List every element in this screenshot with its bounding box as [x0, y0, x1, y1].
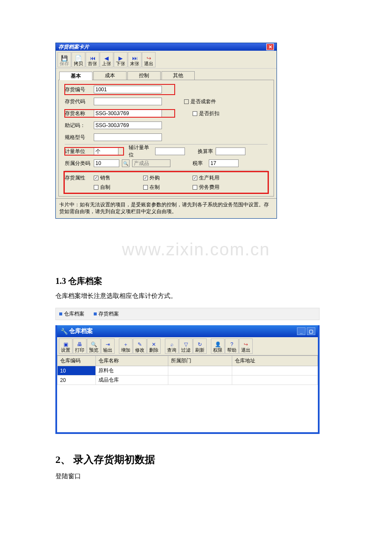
window2-title-text: 仓库档案: [69, 327, 93, 335]
perm-icon: 👤: [215, 341, 221, 348]
refresh-icon: ↻: [198, 341, 202, 348]
close-icon[interactable]: ✕: [266, 43, 274, 50]
inv-no-field[interactable]: 1001: [94, 86, 162, 93]
is-kit-checkbox[interactable]: 是否成套件: [184, 98, 216, 105]
col-dept[interactable]: 所属部门: [168, 356, 232, 366]
tab-cost[interactable]: 成本: [93, 71, 127, 80]
exit-icon: ↪: [244, 341, 248, 348]
is-discount-checkbox[interactable]: 是否折扣: [193, 110, 219, 117]
print-button[interactable]: 🖶打印: [73, 338, 86, 354]
col-addr[interactable]: 仓库地址: [232, 356, 318, 366]
cat-row: 所属分类码 10 🔍 产成品 税率 17: [65, 158, 268, 168]
first-button[interactable]: ⏮首张: [86, 52, 99, 67]
checkbox-icon: [193, 185, 197, 190]
attr-purchase-checkbox[interactable]: ✓外购: [143, 174, 160, 182]
inv-name-label: 存货名称: [65, 110, 91, 117]
breadcrumb-item-inventory[interactable]: 存货档案: [94, 310, 119, 318]
refresh-button[interactable]: ↻刷新: [193, 338, 207, 354]
filter-button[interactable]: ▽过滤: [179, 338, 193, 354]
tab-other[interactable]: 其他: [161, 71, 195, 80]
aux-uom-field[interactable]: [155, 147, 185, 155]
edit-button[interactable]: ✎修改: [133, 338, 147, 354]
window1-title-text: 存货档案卡片: [58, 43, 89, 51]
print-icon: 🖶: [77, 341, 82, 348]
maximize-icon[interactable]: ▢: [307, 327, 315, 335]
rate-field[interactable]: [216, 147, 245, 155]
delete-button[interactable]: ✕删除: [147, 338, 161, 354]
uom-field[interactable]: 个: [94, 147, 118, 155]
cell-code: 10: [58, 366, 96, 376]
warehouse-table: 仓库编码 仓库名称 所属部门 仓库地址 10 原料仓 20: [57, 356, 318, 385]
cat-name-field: 产成品: [132, 159, 170, 167]
checkbox-icon: [184, 99, 189, 104]
cat-lookup-button[interactable]: 🔍: [122, 159, 130, 167]
perm-button[interactable]: 👤权限: [211, 338, 225, 354]
inv-code-row: 存货代码 是否成套件: [65, 96, 268, 107]
col-name[interactable]: 仓库名称: [96, 356, 168, 366]
tax-label: 税率: [193, 160, 203, 167]
mnemonic-label: 助记码：: [65, 122, 91, 129]
cell-dept: [168, 366, 232, 376]
separator: [65, 170, 268, 171]
attr-prod-checkbox[interactable]: ✓生产耗用: [193, 174, 219, 182]
checked-icon: ✓: [193, 176, 197, 180]
section-2-body: 登陆窗口: [55, 472, 337, 480]
checkbox-icon: [94, 185, 98, 190]
attr-label: 存货属性: [65, 174, 91, 182]
search-button[interactable]: ⌕查询: [165, 338, 179, 354]
tabs: 基本 成本 控制 其他: [59, 71, 277, 80]
attr-inprog-checkbox[interactable]: 在制: [143, 184, 160, 191]
copy-button[interactable]: 📄拷贝: [72, 52, 85, 67]
export-button[interactable]: ⇥输出: [101, 338, 115, 354]
mnemonic-row: 助记码： SSG-300J/769: [65, 120, 268, 130]
inv-no-row: 存货编号 1001: [65, 84, 175, 95]
spec-row: 规格型号: [65, 132, 268, 142]
tab-basic[interactable]: 基本: [59, 72, 92, 80]
section-1-3-body: 仓库档案增长注意选取相应仓库计价方式。: [55, 292, 337, 300]
last-button[interactable]: ⏭末张: [128, 52, 141, 67]
last-icon: ⏭: [132, 55, 138, 61]
filter-icon: ▽: [184, 341, 188, 348]
bullet-icon: [59, 312, 62, 315]
tax-field[interactable]: 17: [209, 159, 239, 167]
window1-titlebar[interactable]: 存货档案卡片 ✕: [56, 43, 277, 51]
attr-sale-checkbox[interactable]: ✓销售: [94, 174, 110, 182]
checkbox-icon: [193, 111, 197, 116]
breadcrumb-item-warehouse[interactable]: 仓库档案: [59, 310, 84, 318]
inv-name-field[interactable]: SSG-300J/769: [94, 110, 162, 117]
next-icon: ▶: [118, 55, 123, 61]
first-icon: ⏮: [90, 55, 95, 61]
table-row[interactable]: 20 成品仓库: [58, 376, 318, 385]
window2-titlebar[interactable]: 🔧 仓库档案 _ ▢: [57, 325, 318, 337]
attr-labor-checkbox[interactable]: 劳务费用: [193, 184, 219, 191]
prev-button[interactable]: ◀上张: [100, 52, 113, 67]
help-button[interactable]: ?帮助: [225, 338, 239, 354]
save-button[interactable]: 💾保存: [58, 52, 71, 67]
checked-icon: ✓: [94, 176, 98, 180]
inv-code-label: 存货代码: [65, 98, 91, 105]
export-icon: ⇥: [106, 341, 110, 348]
next-button[interactable]: ▶下张: [114, 52, 127, 67]
tab-control[interactable]: 控制: [127, 71, 161, 80]
minimize-icon[interactable]: _: [297, 327, 306, 335]
window2-toolbar: ▣设置 🖶打印 🔍预览 ⇥输出 ＋增加 ✎修改 ✕删除 ⌕查询 ▽过滤 ↻刷新 …: [57, 337, 318, 356]
preview-button[interactable]: 🔍预览: [87, 338, 101, 354]
cell-name: 成品仓库: [96, 376, 168, 385]
prev-icon: ◀: [104, 55, 109, 61]
exit2-button[interactable]: ↪退出: [239, 338, 253, 354]
table-row[interactable]: 10 原料仓: [58, 366, 318, 376]
settings-button[interactable]: ▣设置: [59, 338, 72, 354]
spec-field[interactable]: [94, 133, 162, 141]
col-code[interactable]: 仓库编码: [58, 356, 96, 366]
add-button[interactable]: ＋增加: [119, 338, 133, 354]
edit-icon: ✎: [138, 341, 142, 348]
cat-code-field[interactable]: 10: [94, 159, 119, 167]
mnemonic-field[interactable]: SSG-300J/769: [94, 121, 162, 129]
uom-row: 计量单位 个 辅计量单位 换算率: [65, 146, 268, 156]
window2-body: 仓库编码 仓库名称 所属部门 仓库地址 10 原料仓 20: [57, 356, 318, 432]
spec-label: 规格型号: [65, 134, 91, 141]
inv-code-field[interactable]: [94, 98, 162, 105]
cell-addr: [232, 376, 318, 385]
exit-button[interactable]: ↪退出: [142, 52, 156, 67]
attr-self-checkbox[interactable]: 自制: [94, 184, 110, 191]
